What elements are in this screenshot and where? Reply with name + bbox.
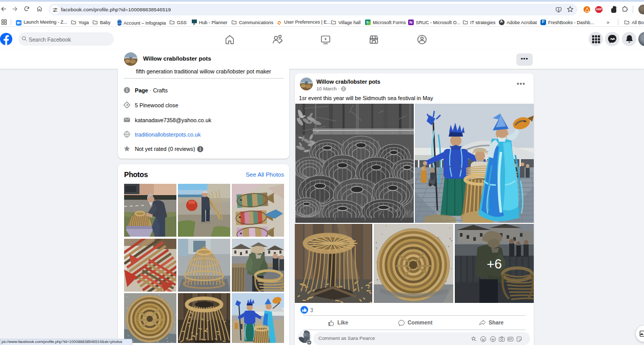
- svg-text:+6: +6: [487, 256, 502, 272]
